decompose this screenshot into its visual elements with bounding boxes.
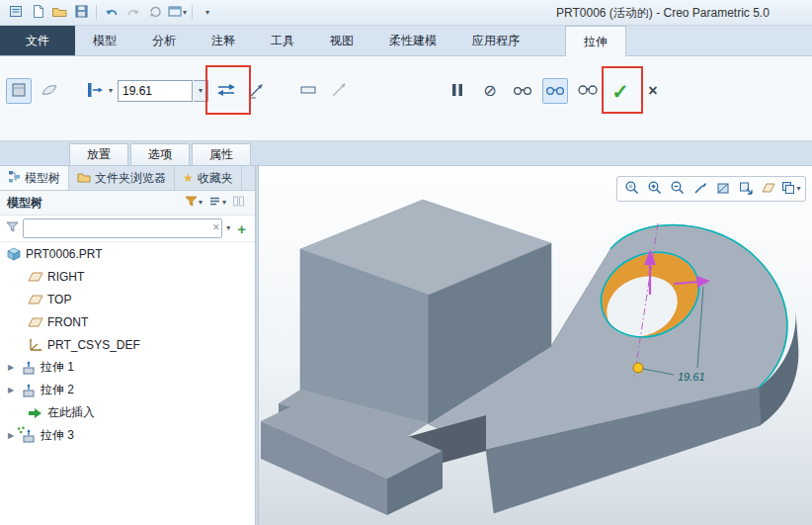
pause-button[interactable]: [445, 78, 470, 104]
tree-item-extrude-3[interactable]: ▶ 拉伸 3: [0, 424, 255, 447]
expand-arrow-icon[interactable]: ▶: [5, 431, 17, 440]
ribbon-tab-view[interactable]: 视图: [312, 26, 371, 55]
tab-favorites-label: 收藏夹: [198, 170, 233, 187]
ribbon-tab-extrude[interactable]: 拉伸: [565, 26, 626, 56]
ok-button[interactable]: ✓: [608, 78, 633, 104]
tree-item-datum[interactable]: RIGHT: [0, 265, 255, 288]
cancel-x-icon: ×: [648, 83, 657, 99]
saved-views-button[interactable]: [735, 179, 756, 199]
zoom-in-icon: [647, 180, 663, 199]
tree-item-insert-here[interactable]: 在此插入: [0, 401, 255, 424]
dimension-label[interactable]: 19.61: [678, 371, 705, 383]
depth-drag-handle[interactable]: [633, 363, 643, 373]
search-clear-icon[interactable]: ×: [212, 220, 219, 234]
app-button[interactable]: [6, 3, 26, 23]
expand-arrow-icon[interactable]: ▶: [5, 386, 17, 394]
tree-item-label: 在此插入: [47, 404, 95, 421]
depth-value-dropdown-button[interactable]: ▾: [194, 80, 208, 102]
ok-check-icon: ✓: [611, 81, 629, 102]
depth-value-input[interactable]: [118, 80, 193, 102]
remove-material-button[interactable]: [244, 78, 270, 104]
window-title: PRT0006 (活动的) - Creo Parametric 5.0: [556, 0, 770, 26]
tab-favorites[interactable]: ★ 收藏夹: [175, 166, 242, 190]
add-filter-button[interactable]: +: [234, 221, 249, 236]
tree-columns-button[interactable]: [229, 193, 248, 213]
zoom-out-icon: [670, 180, 686, 199]
display-style-icon: [715, 180, 731, 199]
depth-type-dropdown-icon[interactable]: ▾: [109, 87, 113, 95]
tree-item-label: RIGHT: [47, 270, 84, 284]
new-file-button[interactable]: [28, 3, 47, 23]
filter-funnel-icon: [185, 195, 198, 211]
model-viewport[interactable]: 19.61: [259, 166, 812, 525]
tab-folder-browser[interactable]: 文件夹浏览器: [69, 166, 175, 190]
tree-item-extrude-2[interactable]: ▶ 拉伸 2: [0, 379, 255, 401]
cancel-button[interactable]: ×: [640, 78, 666, 104]
tab-placement[interactable]: 放置: [69, 143, 128, 165]
surface-icon: [40, 80, 59, 103]
tab-properties[interactable]: 属性: [192, 143, 251, 165]
repaint-button[interactable]: [690, 179, 710, 199]
graphics-area[interactable]: ▾: [259, 166, 812, 525]
datum-display-button[interactable]: [758, 179, 778, 199]
save-icon: [74, 4, 89, 22]
tree-filter-button[interactable]: ▾: [182, 193, 205, 213]
save-button[interactable]: [71, 3, 91, 23]
tree-item-label: 拉伸 3: [41, 427, 74, 444]
ribbon-tab-model[interactable]: 模型: [75, 26, 134, 55]
ribbon-tab-applications[interactable]: 应用程序: [454, 26, 537, 55]
surface-button[interactable]: [37, 78, 62, 104]
model-tree-search-input[interactable]: [23, 219, 222, 238]
tree-item-root[interactable]: PRT0006.PRT: [0, 242, 255, 265]
no-preview-button[interactable]: ⊘: [477, 78, 503, 104]
preview-button[interactable]: [575, 78, 601, 104]
tree-item-datum[interactable]: FRONT: [0, 310, 255, 333]
depth-type-button[interactable]: [82, 78, 108, 104]
expand-arrow-icon[interactable]: ▶: [5, 363, 17, 372]
qat-customize-button[interactable]: ▾: [198, 3, 217, 23]
model-tree-title: 模型树: [7, 195, 42, 212]
ribbon-tab-tools[interactable]: 工具: [253, 26, 312, 55]
tree-item-label: TOP: [47, 293, 71, 306]
tree-item-label: PRT0006.PRT: [26, 247, 103, 261]
flip-direction-button[interactable]: [213, 78, 239, 104]
zoom-in-button[interactable]: [644, 179, 665, 199]
model-3d-part[interactable]: [261, 200, 798, 515]
tree-item-extrude-1[interactable]: ▶ 拉伸 1: [0, 356, 255, 379]
open-file-button[interactable]: [49, 3, 69, 23]
preview-attached-button[interactable]: [542, 78, 568, 104]
dropdown-icon: ▾: [199, 87, 203, 95]
thicken-button[interactable]: [295, 78, 321, 104]
search-dropdown-icon[interactable]: ▾: [226, 224, 230, 232]
remove-material-2-button[interactable]: [326, 78, 352, 104]
model-tree-panel: 模型树 文件夹浏览器 ★ 收藏夹 模型树 ▾ ▾: [0, 166, 255, 525]
folder-icon: [77, 171, 91, 186]
tab-model-tree[interactable]: 模型树: [0, 166, 69, 190]
dashboard-panel-tabs: 放置 选项 属性: [0, 141, 812, 166]
refit-icon: [624, 180, 640, 199]
ribbon-tab-flexible-modeling[interactable]: 柔性建模: [371, 26, 454, 55]
display-style-button[interactable]: [712, 179, 733, 199]
refit-button[interactable]: [621, 179, 642, 199]
solid-button[interactable]: [6, 78, 32, 104]
tree-item-csys[interactable]: PRT_CSYS_DEF: [0, 333, 255, 356]
depth-option-icon: [86, 81, 104, 102]
tree-item-label: FRONT: [47, 315, 88, 329]
tree-settings-button[interactable]: ▾: [205, 193, 229, 213]
ribbon-tab-file[interactable]: 文件: [0, 26, 75, 55]
remove-material-2-icon: [329, 80, 349, 103]
verify-button[interactable]: [510, 78, 535, 104]
ribbon-tab-annotate[interactable]: 注释: [194, 26, 253, 55]
zoom-out-button[interactable]: [667, 179, 688, 199]
ribbon-tab-analysis[interactable]: 分析: [134, 26, 194, 55]
annotation-display-button[interactable]: ▾: [780, 179, 801, 199]
undo-button[interactable]: [102, 3, 122, 23]
tree-item-datum[interactable]: TOP: [0, 288, 255, 310]
verify-glasses-icon: [513, 83, 532, 99]
redo-button[interactable]: [123, 3, 143, 23]
tab-options[interactable]: 选项: [130, 143, 190, 165]
regenerate-icon: [148, 4, 163, 22]
windows-button[interactable]: ▾: [167, 3, 187, 23]
regenerate-button[interactable]: [145, 3, 165, 23]
depth-type-combo: ▾: [82, 78, 113, 104]
